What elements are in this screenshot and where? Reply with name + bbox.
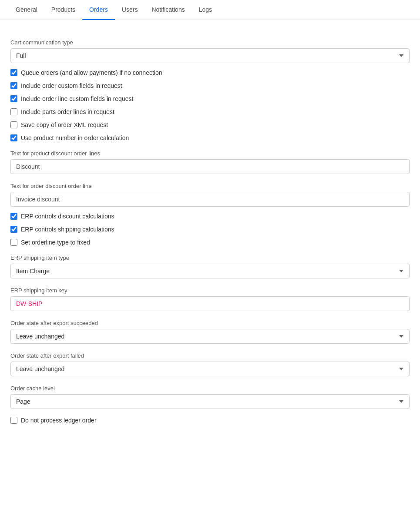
tab-products[interactable]: Products: [44, 0, 82, 20]
order-state-failed-label: Order state after export failed: [10, 352, 410, 359]
checkbox-row-product-number: Use product number in order calculation: [10, 134, 410, 141]
tab-orders[interactable]: Orders: [82, 0, 115, 20]
order-state-failed-select-wrapper: Leave unchanged Failed On Hold: [10, 362, 410, 376]
checkbox-product-number[interactable]: [10, 134, 17, 141]
checkbox-row-erp-discount: ERP controls discount calculations: [10, 213, 410, 220]
order-state-succeeded-group: Order state after export succeeded Leave…: [10, 320, 410, 344]
checkbox-label-erp-shipping-calc[interactable]: ERP controls shipping calculations: [21, 226, 114, 233]
erp-shipping-key-group: ERP shipping item key: [10, 287, 410, 311]
erp-shipping-type-label: ERP shipping item type: [10, 255, 410, 261]
checkbox-row-erp-shipping-calc: ERP controls shipping calculations: [10, 226, 410, 233]
checkbox-order-line-custom-fields[interactable]: [10, 95, 17, 102]
checkbox-order-custom-fields[interactable]: [10, 82, 17, 89]
cart-communication-group: Cart communication type Full Partial Non…: [10, 39, 410, 63]
checkbox-erp-shipping-calc[interactable]: [10, 226, 17, 233]
checkbox-erp-discount[interactable]: [10, 213, 17, 220]
checkbox-save-xml[interactable]: [10, 121, 17, 128]
checkbox-row-queue-orders: Queue orders (and allow payments) if no …: [10, 69, 410, 76]
order-cache-level-select[interactable]: Page Request Session: [10, 394, 410, 409]
tab-logs[interactable]: Logs: [192, 0, 219, 20]
checkbox-parts-order-lines[interactable]: [10, 108, 17, 115]
order-state-failed-group: Order state after export failed Leave un…: [10, 352, 410, 376]
main-content: Cart communication type Full Partial Non…: [0, 20, 420, 434]
checkbox-row-save-xml: Save copy of order XML request: [10, 121, 410, 128]
order-state-succeeded-select-wrapper: Leave unchanged Complete Processing: [10, 329, 410, 344]
erp-shipping-type-select-wrapper: Item Charge G/L Account Resource: [10, 264, 410, 278]
order-cache-level-select-wrapper: Page Request Session: [10, 394, 410, 409]
order-discount-label: Text for order discount order line: [10, 183, 410, 189]
checkbox-label-order-line-custom-fields[interactable]: Include order line custom fields in requ…: [21, 95, 133, 102]
cart-communication-select[interactable]: Full Partial None: [10, 48, 410, 63]
checkbox-queue-orders[interactable]: [10, 69, 17, 76]
checkbox-label-orderline-fixed[interactable]: Set orderline type to fixed: [21, 239, 90, 246]
checkbox-label-order-custom-fields[interactable]: Include order custom fields in request: [21, 82, 122, 89]
product-discount-input[interactable]: [10, 159, 410, 174]
tabs-bar: General Products Orders Users Notificati…: [0, 0, 420, 20]
tab-users[interactable]: Users: [115, 0, 145, 20]
checkbox-orderline-fixed[interactable]: [10, 239, 17, 246]
order-cache-level-label: Order cache level: [10, 385, 410, 392]
order-discount-group: Text for order discount order line: [10, 183, 410, 207]
checkbox-ledger-order[interactable]: [10, 417, 17, 424]
checkbox-label-parts-order-lines[interactable]: Include parts order lines in request: [21, 108, 114, 115]
checkbox-label-product-number[interactable]: Use product number in order calculation: [21, 134, 129, 141]
checkbox-label-ledger-order[interactable]: Do not process ledger order: [21, 417, 97, 424]
order-state-succeeded-label: Order state after export succeeded: [10, 320, 410, 326]
checkbox-label-erp-discount[interactable]: ERP controls discount calculations: [21, 213, 114, 220]
erp-shipping-key-label: ERP shipping item key: [10, 287, 410, 294]
checkbox-row-order-line-custom-fields: Include order line custom fields in requ…: [10, 95, 410, 102]
checkbox-row-parts-order-lines: Include parts order lines in request: [10, 108, 410, 115]
checkbox-row-ledger-order: Do not process ledger order: [10, 417, 410, 424]
page-container: General Products Orders Users Notificati…: [0, 0, 420, 506]
tab-notifications[interactable]: Notifications: [144, 0, 192, 20]
cart-communication-label: Cart communication type: [10, 39, 410, 46]
order-cache-level-group: Order cache level Page Request Session: [10, 385, 410, 409]
product-discount-group: Text for product discount order lines: [10, 150, 410, 174]
checkbox-row-orderline-fixed: Set orderline type to fixed: [10, 239, 410, 246]
order-discount-input[interactable]: [10, 192, 410, 207]
product-discount-label: Text for product discount order lines: [10, 150, 410, 157]
order-state-succeeded-select[interactable]: Leave unchanged Complete Processing: [10, 329, 410, 344]
erp-shipping-key-input[interactable]: [10, 296, 410, 311]
checkbox-row-order-custom-fields: Include order custom fields in request: [10, 82, 410, 89]
order-state-failed-select[interactable]: Leave unchanged Failed On Hold: [10, 362, 410, 376]
erp-shipping-type-select[interactable]: Item Charge G/L Account Resource: [10, 264, 410, 278]
cart-communication-select-wrapper: Full Partial None: [10, 48, 410, 63]
checkbox-label-queue-orders[interactable]: Queue orders (and allow payments) if no …: [21, 69, 162, 76]
checkbox-label-save-xml[interactable]: Save copy of order XML request: [21, 121, 108, 128]
erp-shipping-type-group: ERP shipping item type Item Charge G/L A…: [10, 255, 410, 278]
tab-general[interactable]: General: [9, 0, 44, 20]
